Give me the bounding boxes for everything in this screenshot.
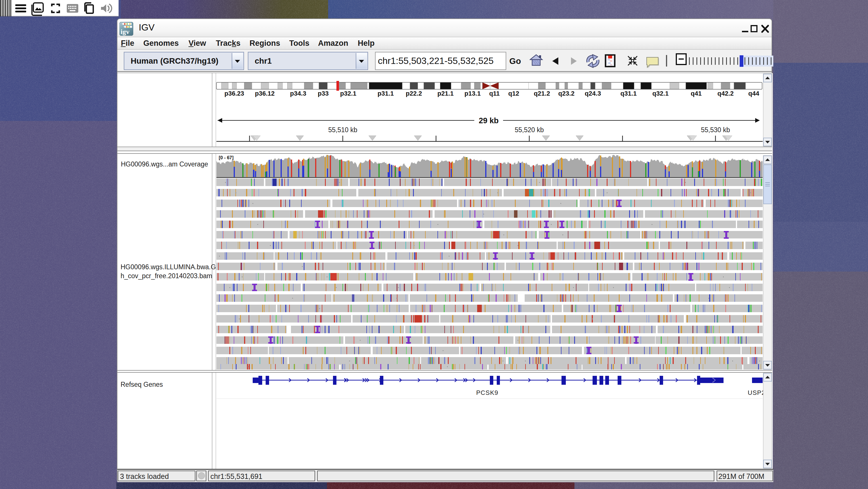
svg-text:HG00096.wgs.ILLUMINA.bwa.G: HG00096.wgs.ILLUMINA.bwa.G: [121, 263, 216, 271]
svg-text:55,510 kb: 55,510 kb: [328, 126, 357, 134]
svg-text:h_cov_pcr_free.20140203.bam: h_cov_pcr_free.20140203.bam: [121, 272, 212, 280]
svg-text:q11: q11: [489, 90, 500, 97]
svg-text:55,530 kb: 55,530 kb: [701, 126, 730, 134]
svg-text:p36.23: p36.23: [224, 90, 244, 97]
svg-text:q23.2: q23.2: [558, 90, 575, 97]
svg-text:q24.3: q24.3: [585, 90, 601, 97]
svg-text:q31.1: q31.1: [620, 90, 637, 97]
svg-text:q32.1: q32.1: [652, 90, 669, 97]
svg-text:p31.1: p31.1: [378, 90, 394, 97]
svg-text:p22.2: p22.2: [406, 90, 422, 97]
svg-text:p33: p33: [318, 90, 329, 97]
svg-text:USP2: USP2: [748, 389, 765, 396]
svg-text:HG00096.wgs...am Coverage: HG00096.wgs...am Coverage: [121, 161, 208, 168]
svg-text:PCSK9: PCSK9: [476, 389, 498, 396]
svg-text:q12: q12: [508, 90, 519, 97]
svg-text:p32.1: p32.1: [340, 90, 356, 97]
svg-text:29 kb: 29 kb: [478, 116, 498, 125]
svg-text:Refseq Genes: Refseq Genes: [121, 381, 163, 388]
svg-text:igv: igv: [121, 28, 129, 35]
svg-text:q41: q41: [691, 90, 702, 97]
svg-text:[0 - 67]: [0 - 67]: [219, 155, 234, 160]
svg-text:p13.1: p13.1: [465, 90, 480, 97]
svg-text:q21.2: q21.2: [534, 90, 550, 97]
svg-text:p21.1: p21.1: [437, 90, 454, 97]
svg-text:p34.3: p34.3: [290, 90, 306, 97]
svg-text:q42.2: q42.2: [717, 90, 734, 97]
svg-text:55,520 kb: 55,520 kb: [515, 126, 544, 134]
svg-text:q44: q44: [748, 90, 760, 97]
svg-text:p36.12: p36.12: [255, 90, 275, 97]
